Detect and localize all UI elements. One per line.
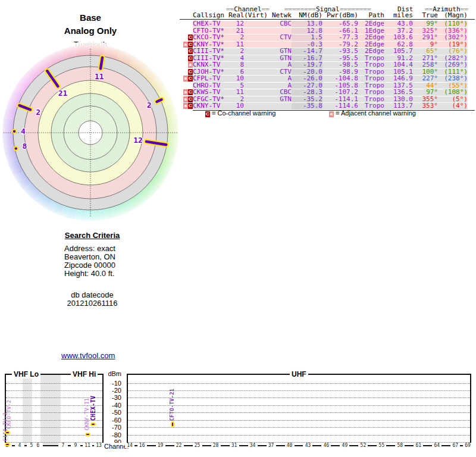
cell-call: CIII-TV* (193, 48, 228, 55)
cell-real: 2 (228, 48, 244, 55)
polar-marker-channel-label: 12 (133, 136, 143, 145)
cell-path: Tropo (358, 62, 384, 68)
cell-nm: 1.5 (292, 35, 322, 41)
vhf-lo-title: VHF Lo (12, 370, 40, 378)
search-address: Address: exact (60, 245, 125, 253)
co-channel-warning-badge: C (188, 103, 193, 109)
cell-nm: -26.0 (292, 76, 322, 82)
cell-real: 2 (228, 35, 244, 41)
signal-callsign-label: CFTO-TV-21 (169, 389, 175, 421)
cell-netwk: A (268, 62, 292, 68)
cell-virt (244, 35, 268, 41)
cell-true: 291° (413, 35, 438, 41)
gridline (128, 405, 470, 406)
dbm-tick-label: -20 (105, 387, 121, 394)
table-row: aCCKNY-TV10-35.8-114.6Tropo113.7353°(4°) (180, 103, 475, 109)
cell-pwr: -107.2 (322, 89, 358, 96)
channel-tick-label: 58 (395, 443, 405, 448)
channel-tick-label: 37 (267, 443, 276, 448)
cell-virt (244, 28, 268, 35)
channel-tick-label: 34 (248, 443, 258, 448)
channel-tick-label: 16 (137, 443, 147, 448)
legend-adjacent-channel: a = Adjacent channel warning (329, 109, 416, 117)
channel-tick-label: 28 (211, 443, 221, 448)
cell-true: 258° (413, 62, 438, 68)
adjacent-channel-warning-badge: a (183, 76, 188, 82)
polar-marker (12, 130, 16, 133)
cell-call: CKNX-TV (193, 62, 228, 68)
cell-pwr: -77.3 (322, 35, 358, 41)
polar-marker-channel-label: 11 (95, 72, 104, 81)
group-header-signal: ========Signal======== (284, 5, 371, 13)
cell-netwk: CBC (268, 21, 292, 27)
signal-marker (5, 443, 10, 446)
cell-miles: 103.6 (384, 35, 413, 41)
cell-nm: -28.3 (292, 89, 322, 96)
cell-netwk: A (268, 76, 292, 82)
station-table: ==Channel== ========Signal======== Dist … (180, 5, 475, 111)
dbm-axis-title: dBm (105, 370, 121, 377)
adjacent-channel-warning-badge: a (183, 42, 188, 48)
table-row: CCKCO-TV*2CTV1.5-77.32Edge103.6291°(302°… (180, 35, 475, 41)
cell-netwk: GTN (268, 96, 292, 103)
cell-miles: 146.9 (384, 76, 413, 82)
signal-callsign-label: CHEX-TV (90, 396, 96, 421)
signal-callsign-label: CIII-TV-2 (2, 412, 8, 442)
polar-marker-channel-label: 21 (58, 89, 68, 98)
gridline (128, 435, 470, 436)
cell-nm: -14.7 (292, 48, 322, 55)
cell-true: 97° (413, 89, 438, 96)
cell-pwr: -104.8 (322, 76, 358, 82)
co-channel-warning-badge: C (188, 69, 193, 75)
tvfool-link[interactable]: www.tvfool.com (61, 351, 115, 360)
cell-pwr: -93.5 (322, 48, 358, 55)
search-height: Height: 40.0 ft. (60, 270, 125, 278)
channel-tick-label: 55 (377, 443, 386, 448)
cell-magn: (302°) (438, 35, 468, 41)
cell-nm: -19.7 (292, 62, 322, 68)
cell-virt (244, 96, 268, 103)
signal-marker (85, 433, 90, 436)
dbm-tick-label: -50 (105, 409, 121, 416)
group-header-azimuth: ==Azimuth== (425, 5, 468, 13)
gridline (128, 397, 470, 398)
table-row: aCCKWS-TV11CBC-28.3-107.2Tropo136.597°(1… (180, 89, 475, 96)
channel-tick-label: 46 (321, 443, 331, 448)
channel-tick-label: 69 (463, 443, 472, 448)
cell-pwr: -65.9 (322, 21, 358, 27)
search-zipcode: Zipcode 00000 (60, 261, 125, 270)
cell-magn: (269°) (438, 62, 468, 68)
cell-magn: (110°) (438, 21, 468, 27)
table-rows: CHEX-TV12CBC13.0-65.92Edge43.099°(110°)C… (180, 21, 475, 109)
cell-call: CKNY-TV (193, 103, 228, 109)
search-criteria: Search Criteria Address: exact Beaverton… (60, 231, 125, 308)
signal-callsign-label: CKNY-TV-11 (84, 398, 90, 430)
co-channel-badge: C (205, 111, 210, 117)
cell-miles: 105.7 (384, 48, 413, 55)
co-channel-label: = Co-channel warning (212, 109, 275, 117)
channel-tick-label: 64 (432, 443, 441, 448)
co-channel-warning-badge: C (188, 96, 193, 102)
cell-path: Tropo (358, 103, 384, 109)
vhf-hi-title: VHF Hi (71, 370, 98, 378)
channel-tick-label: 9 (71, 443, 80, 448)
channel-tick-label: 6 (33, 443, 43, 448)
table-row: aCKNX-TV8A-19.7-98.5Tropo104.4258°(269°) (180, 62, 475, 68)
adjacent-channel-warning-badge: a (188, 62, 193, 68)
cell-netwk: CBC (268, 89, 292, 96)
cell-netwk: GTN (268, 48, 292, 55)
signal-marker (90, 422, 96, 426)
table-group-header: ==Channel== ========Signal======== Dist … (180, 5, 475, 12)
adjacent-channel-warning-badge: a (183, 89, 188, 95)
gridline (128, 390, 470, 391)
cell-real: 10 (228, 76, 244, 82)
radar-plot: 1121224812 (0, 0, 190, 232)
cell-call: CKCO-TV* (193, 35, 228, 41)
channel-tick-label: 7 (58, 443, 68, 448)
cell-netwk (268, 103, 292, 109)
polar-marker (14, 146, 18, 150)
cell-miles: 113.7 (384, 103, 413, 109)
db-datecode-label: db datecode (60, 291, 125, 299)
adjacent-channel-warning-badge: a (183, 96, 188, 102)
channel-tick-label: 11 (83, 443, 92, 448)
